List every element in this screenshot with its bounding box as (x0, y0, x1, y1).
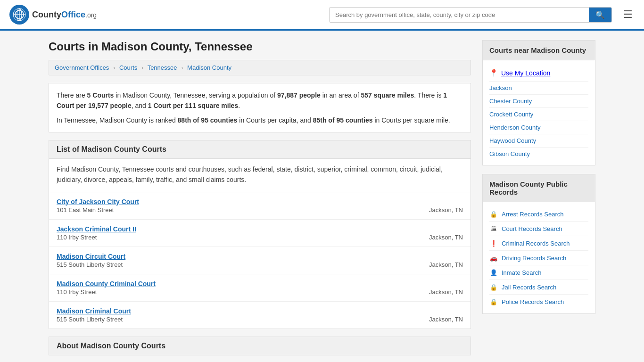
nearby-links-list: JacksonChester CountyCrockett CountyHend… (489, 82, 588, 160)
court-name[interactable]: City of Jackson City Court (57, 198, 420, 206)
record-icon: 🔒 (489, 210, 498, 218)
pin-icon: 📍 (489, 69, 498, 77)
public-record-item: 🚗 Driving Records Search (489, 251, 588, 265)
logo-text: CountyOffice.org (32, 10, 97, 20)
public-record-link[interactable]: Jail Records Search (502, 284, 556, 291)
hamburger-menu-button[interactable]: ☰ (621, 7, 635, 23)
nearby-link[interactable]: Haywood County (489, 137, 536, 144)
court-item: Madison Criminal Court 515 South Liberty… (49, 301, 471, 329)
courts-description: Find Madison County, Tennessee courts an… (49, 159, 471, 192)
breadcrumb-madison-county[interactable]: Madison County (187, 64, 231, 71)
search-input[interactable] (330, 8, 589, 22)
nearby-link-item: Henderson County (489, 121, 588, 134)
nearby-link-item: Jackson (489, 82, 588, 95)
public-record-item: 🔒 Police Records Search (489, 295, 588, 309)
page-container: Courts in Madison County, Tennessee Gove… (39, 31, 605, 362)
record-icon: ❗ (489, 239, 498, 247)
court-item: City of Jackson City Court 101 East Main… (49, 192, 471, 219)
use-location-link[interactable]: Use My Location (501, 69, 550, 77)
record-icon: 🔒 (489, 297, 498, 306)
info-paragraph-2: In Tennessee, Madison County is ranked 8… (57, 115, 463, 125)
courts-list: City of Jackson City Court 101 East Main… (49, 192, 471, 329)
about-section-header: About Madison County Courts (49, 337, 471, 355)
logo-accent: Office (61, 10, 85, 19)
nearby-link-item: Chester County (489, 95, 588, 108)
court-name[interactable]: Madison County Criminal Court (57, 280, 420, 288)
info-paragraph-1: There are 5 Courts in Madison County, Te… (57, 90, 463, 111)
public-record-link[interactable]: Police Records Search (502, 298, 564, 305)
nearby-link[interactable]: Crockett County (489, 111, 533, 118)
logo-icon (9, 5, 29, 25)
record-icon: 🏛 (489, 224, 498, 233)
public-record-link[interactable]: Inmate Search (502, 269, 542, 276)
rank1: 88th of 95 counties (178, 116, 238, 124)
nearby-link[interactable]: Gibson County (489, 150, 530, 157)
court-info: Jackson Criminal Court II 110 Irby Stree… (57, 225, 420, 241)
public-records-list: 🔒 Arrest Records Search 🏛 Court Records … (489, 207, 588, 309)
sidebar: Courts near Madison County 📍 Use My Loca… (482, 40, 595, 355)
nearby-link[interactable]: Henderson County (489, 124, 540, 131)
public-record-item: 🔒 Arrest Records Search (489, 207, 588, 222)
area: 557 square miles (361, 91, 414, 99)
public-record-item: 🏛 Court Records Search (489, 222, 588, 236)
breadcrumb-gov-offices[interactable]: Government Offices (55, 64, 109, 71)
court-location: Jackson, TN (429, 307, 463, 323)
court-location: Jackson, TN (429, 280, 463, 296)
court-address: 110 Irby Street (57, 234, 420, 241)
court-item: Madison Circuit Court 515 South Liberty … (49, 247, 471, 274)
public-record-link[interactable]: Court Records Search (502, 225, 562, 232)
public-record-item: 👤 Inmate Search (489, 265, 588, 280)
record-icon: 🚗 (489, 254, 498, 262)
courts-nearby-header: Courts near Madison County (483, 41, 595, 60)
record-icon: 👤 (489, 268, 498, 277)
search-bar: 🔍 (329, 7, 612, 23)
list-section-header: List of Madison County Courts (49, 140, 471, 159)
court-name[interactable]: Madison Criminal Court (57, 307, 420, 315)
nearby-link-item: Gibson County (489, 148, 588, 160)
per-sqmi: 1 Court per 111 square miles (148, 102, 238, 109)
court-info: Madison County Criminal Court 110 Irby S… (57, 280, 420, 296)
logo-link[interactable]: CountyOffice.org (9, 5, 97, 25)
public-records-box: Madison County Public Records 🔒 Arrest R… (482, 174, 595, 314)
court-address: 515 South Liberty Street (57, 316, 420, 323)
nearby-link[interactable]: Jackson (489, 84, 512, 91)
population: 97,887 people (277, 91, 321, 99)
rank2: 85th of 95 counties (313, 116, 373, 124)
court-location: Jackson, TN (429, 198, 463, 214)
breadcrumb-tennessee[interactable]: Tennessee (148, 64, 177, 71)
public-record-item: ❗ Criminal Records Search (489, 236, 588, 251)
public-record-link[interactable]: Criminal Records Search (502, 240, 570, 247)
nearby-link-item: Haywood County (489, 134, 588, 148)
breadcrumb-courts[interactable]: Courts (119, 64, 137, 71)
court-info: City of Jackson City Court 101 East Main… (57, 198, 420, 214)
courts-count: 5 Courts (87, 91, 114, 99)
nearby-link-item: Crockett County (489, 108, 588, 121)
main-content: Courts in Madison County, Tennessee Gove… (49, 40, 471, 355)
public-records-header: Madison County Public Records (483, 174, 595, 202)
public-records-body: 🔒 Arrest Records Search 🏛 Court Records … (483, 202, 595, 313)
info-section: There are 5 Courts in Madison County, Te… (49, 83, 471, 132)
court-item: Madison County Criminal Court 110 Irby S… (49, 274, 471, 301)
court-name[interactable]: Madison Circuit Court (57, 253, 420, 260)
court-info: Madison Criminal Court 515 South Liberty… (57, 307, 420, 323)
page-header: CountyOffice.org 🔍 ☰ (0, 0, 644, 31)
court-location: Jackson, TN (429, 225, 463, 241)
breadcrumb: Government Offices › Courts › Tennessee … (49, 60, 471, 75)
public-record-link[interactable]: Driving Records Search (502, 255, 566, 262)
page-title: Courts in Madison County, Tennessee (49, 40, 471, 53)
courts-nearby-box: Courts near Madison County 📍 Use My Loca… (482, 40, 595, 165)
court-info: Madison Circuit Court 515 South Liberty … (57, 253, 420, 268)
search-button[interactable]: 🔍 (589, 8, 611, 22)
nearby-link[interactable]: Chester County (489, 98, 532, 105)
court-address: 110 Irby Street (57, 288, 420, 296)
court-item: Jackson Criminal Court II 110 Irby Stree… (49, 219, 471, 247)
court-address: 101 East Main Street (57, 206, 420, 214)
record-icon: 🔒 (489, 283, 498, 291)
court-address: 515 South Liberty Street (57, 261, 420, 268)
public-record-item: 🔒 Jail Records Search (489, 280, 588, 295)
use-location-row: 📍 Use My Location (489, 65, 588, 82)
public-record-link[interactable]: Arrest Records Search (502, 211, 564, 218)
court-location: Jackson, TN (429, 253, 463, 268)
courts-list-section: Find Madison County, Tennessee courts an… (49, 159, 471, 329)
court-name[interactable]: Jackson Criminal Court II (57, 225, 420, 233)
